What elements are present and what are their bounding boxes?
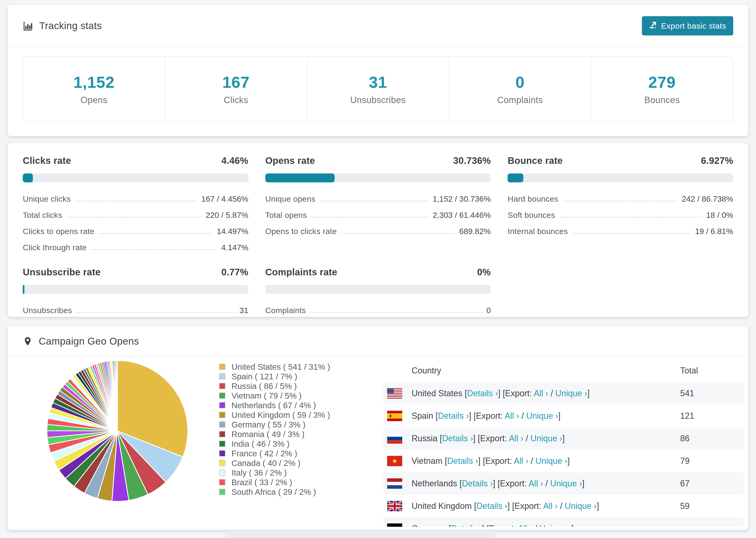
rate-percent: 6.927% [701,155,733,166]
export-unique-link-vietnam[interactable]: Unique › [536,456,567,466]
rate-head: Clicks rate4.46% [23,155,248,166]
export-unique-link-netherlands[interactable]: Unique › [550,479,582,488]
bracket: ] [582,479,584,488]
export-unique-link-russia[interactable]: Unique › [530,434,562,443]
details-link-united-states[interactable]: Details › [467,389,498,398]
country-column-header: Country [411,366,680,376]
export-all-link-vietnam[interactable]: All › [514,456,528,466]
rate-row-value: 14.497% [217,227,248,236]
bracket: [ [457,479,462,488]
details-link-spain[interactable]: Details › [438,411,469,421]
slash: / [558,501,565,511]
flag-us-icon [387,388,402,399]
summary-label: Unsubscribes [350,95,406,105]
rate-title: Unsubscribe rate [23,267,101,278]
summary-cell-bounces: 279Bounces [591,57,733,121]
rate-progress-bar [508,174,733,183]
rate-row-value: 31 [240,306,248,315]
rate-rows: Unique opens1,152 / 30.736%Total opens2,… [265,191,491,240]
rate-row-total-clicks: Total clicks220 / 5.87% [23,207,248,223]
map-pin-icon [23,336,33,346]
bracket: ] [567,456,570,466]
legend-swatch [219,450,225,457]
legend-item-france: France ( 42 / 2% ) [219,450,330,457]
details-link-russia[interactable]: Details › [442,434,473,443]
export-all-link-united-states[interactable]: All › [534,389,548,398]
export-prefix: [Export: [473,411,505,421]
rate-rows: Hard bounces242 / 86.738%Soft bounces18 … [508,191,733,240]
export-prefix: [Export: [498,479,528,488]
rate-rows: Complaints0 [265,302,491,319]
export-unique-link-united-states[interactable]: Unique › [555,389,587,398]
legend-item-brazil: Brazil ( 33 / 2% ) [219,478,330,486]
country-name: Spain [411,411,433,421]
rate-row-value: 242 / 86.738% [682,194,733,203]
total-cell: 121 [680,411,743,421]
legend-label: Vietnam ( 79 / 5% ) [232,391,302,401]
rate-row-click-through-rate: Click through rate4.147% [23,240,248,256]
total-cell: 541 [680,389,743,398]
legend-item-russia: Russia ( 86 / 5% ) [219,382,330,390]
tracking-stats-card: Tracking stats Export basic stats 1,152O… [8,5,748,136]
details-link-vietnam[interactable]: Details › [447,456,478,466]
summary-cell-clicks: 167Clicks [165,57,307,121]
rate-head: Complaints rate0% [265,267,491,278]
bar-chart-icon [23,21,33,31]
export-all-link-germany[interactable]: All › [518,524,532,527]
bracket: [ [442,456,447,466]
tracking-stats-header: Tracking stats Export basic stats [8,5,748,47]
rate-row-label: Total clicks [23,211,62,220]
rate-row-unique-clicks: Unique clicks167 / 4.456% [23,191,248,207]
rate-row-complaints: Complaints0 [265,302,491,319]
rate-progress-bar [23,174,248,183]
total-cell: 79 [680,456,743,466]
export-all-link-netherlands[interactable]: All › [528,479,543,488]
export-unique-link-united-kingdom[interactable]: Unique › [565,501,597,511]
details-link-united-kingdom[interactable]: Details › [476,501,507,511]
flag-vn-icon [387,456,402,466]
legend-label: South Africa ( 29 / 2% ) [232,487,316,497]
rate-row-label: Unique opens [265,194,315,203]
dotted-leader [99,233,213,234]
legend-swatch [219,364,225,370]
rate-percent: 0% [477,267,491,278]
legend-label: United States ( 541 / 31% ) [232,362,330,372]
legend-item-united-kingdom: United Kingdom ( 59 / 3% ) [219,411,330,419]
export-button-label: Export basic stats [661,21,726,30]
summary-label: Clicks [224,95,248,105]
rate-row-label: Unique clicks [23,194,71,203]
legend-label: Canada ( 40 / 2% ) [232,458,300,468]
export-all-link-united-kingdom[interactable]: All › [543,501,558,511]
export-prefix: [Export: [478,434,509,443]
summary-value: 1,152 [74,73,115,91]
summary-stats-box: 1,152Opens167Clicks31Unsubscribes0Compla… [23,56,733,122]
rate-row-label: Total opens [265,211,307,220]
details-link-germany[interactable]: Details › [451,524,482,527]
summary-label: Complaints [497,95,543,105]
flag-cell [383,433,411,444]
export-all-link-spain[interactable]: All › [505,411,519,421]
legend-item-spain: Spain ( 121 / 7% ) [219,372,330,380]
dotted-leader [320,201,428,201]
export-all-link-russia[interactable]: All › [509,434,523,443]
export-prefix: [Export: [487,524,518,527]
export-unique-link-spain[interactable]: Unique › [526,411,558,421]
flag-cell [383,501,411,511]
rate-row-label: Opens to clicks rate [265,227,337,236]
country-name: United States [411,389,462,398]
rate-progress-bar [23,285,248,294]
rate-rows: Unsubscribes31 [23,302,248,319]
summary-label: Opens [81,95,107,105]
details-link-netherlands[interactable]: Details › [462,479,493,488]
flag-cell [383,478,411,489]
legend-swatch [219,402,225,408]
rate-progress-bar [265,285,491,294]
total-cell: 59 [680,501,743,511]
bracket: ] [597,501,599,511]
legend-item-italy: Italy ( 36 / 2% ) [219,469,330,476]
export-unique-link-germany[interactable]: Unique › [539,524,571,527]
legend-item-romania: Romania ( 49 / 3% ) [219,430,330,438]
bracket: ] [473,434,478,443]
page-title: Tracking stats [39,20,102,31]
export-basic-stats-button[interactable]: Export basic stats [642,16,733,35]
